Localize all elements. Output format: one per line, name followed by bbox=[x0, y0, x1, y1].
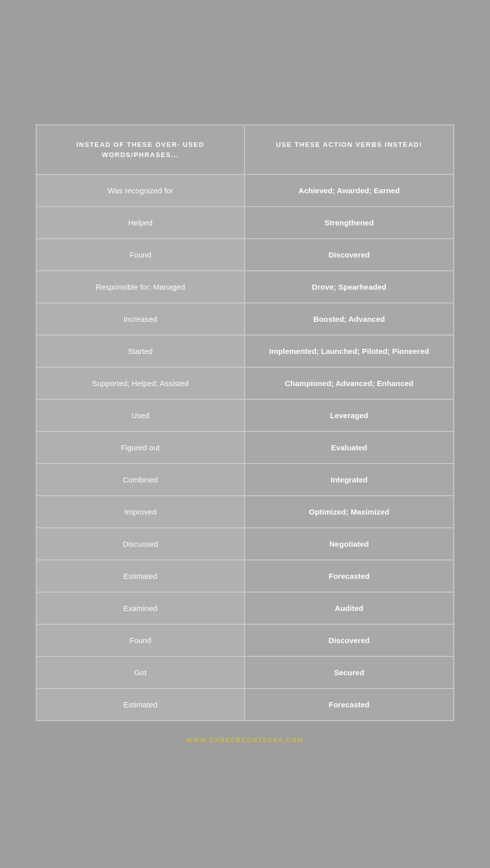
cell-action-3: Drove; Spearheaded bbox=[245, 271, 453, 302]
table-row: FoundDiscovered bbox=[37, 624, 453, 656]
cell-action-1: Strengthened bbox=[245, 207, 453, 238]
cell-action-15: Secured bbox=[245, 657, 453, 688]
table-row: EstimatedForecasted bbox=[37, 688, 453, 720]
cell-action-4: Boosted; Advanced bbox=[245, 303, 453, 335]
table-row: EstimatedForecasted bbox=[37, 559, 453, 592]
cell-overused-9: Combined bbox=[37, 464, 245, 495]
cell-overused-0: Was recognized for bbox=[37, 175, 245, 206]
cell-overused-6: Supported; Helped; Assisted bbox=[37, 368, 245, 399]
cell-action-2: Discovered bbox=[245, 239, 453, 270]
table-row: Supported; Helped; AssistedChampioned; A… bbox=[37, 367, 453, 399]
cell-action-7: Leveraged bbox=[245, 400, 453, 431]
cell-overused-3: Responsible for; Managed bbox=[37, 271, 245, 302]
footer-website: WWW.CAREERCONTESSA.COM bbox=[186, 736, 303, 744]
cell-overused-11: Discussed bbox=[37, 528, 245, 559]
cell-action-9: Integrated bbox=[245, 464, 453, 495]
header-col2: USE THESE ACTION VERBS INSTEAD! bbox=[245, 125, 453, 174]
table-row: Responsible for; ManagedDrove; Spearhead… bbox=[37, 270, 453, 302]
cell-action-13: Audited bbox=[245, 593, 453, 624]
cell-action-12: Forecasted bbox=[245, 560, 453, 592]
cell-overused-12: Estimated bbox=[37, 560, 245, 592]
cell-action-8: Evaluated bbox=[245, 432, 453, 463]
cell-overused-1: Helped bbox=[37, 207, 245, 238]
table-row: Figured outEvaluated bbox=[37, 431, 453, 463]
cell-overused-13: Examined bbox=[37, 593, 245, 624]
table-header: INSTEAD OF THESE OVER- USED WORDS/PHRASE… bbox=[37, 125, 453, 174]
cell-overused-4: Increased bbox=[37, 303, 245, 335]
table-row: ExaminedAudited bbox=[37, 592, 453, 624]
cell-action-6: Championed; Advanced; Enhanced bbox=[245, 368, 453, 399]
table-row: FoundDiscovered bbox=[37, 238, 453, 270]
table-body: Was recognized forAchieved; Awarded; Ear… bbox=[37, 174, 453, 720]
cell-overused-10: Improved bbox=[37, 496, 245, 527]
table-row: DiscussedNegotiated bbox=[37, 527, 453, 559]
cell-overused-7: Used bbox=[37, 400, 245, 431]
cell-action-16: Forecasted bbox=[245, 689, 453, 720]
table-row: UsedLeveraged bbox=[37, 399, 453, 431]
cell-overused-5: Started bbox=[37, 336, 245, 367]
table-row: StartedImplemented; Launched; Piloted; P… bbox=[37, 335, 453, 367]
cell-action-10: Optimized; Maximized bbox=[245, 496, 453, 527]
cell-action-5: Implemented; Launched; Piloted; Pioneere… bbox=[245, 336, 453, 367]
cell-overused-16: Estimated bbox=[37, 689, 245, 720]
page-wrapper: INSTEAD OF THESE OVER- USED WORDS/PHRASE… bbox=[0, 0, 490, 868]
table-row: HelpedStrengthened bbox=[37, 206, 453, 238]
cell-action-11: Negotiated bbox=[245, 528, 453, 559]
header-col1: INSTEAD OF THESE OVER- USED WORDS/PHRASE… bbox=[37, 125, 245, 174]
cell-overused-8: Figured out bbox=[37, 432, 245, 463]
table-row: ImprovedOptimized; Maximized bbox=[37, 495, 453, 527]
table-row: GotSecured bbox=[37, 656, 453, 688]
table-row: Was recognized forAchieved; Awarded; Ear… bbox=[37, 174, 453, 206]
cell-overused-14: Found bbox=[37, 625, 245, 656]
cell-action-14: Discovered bbox=[245, 625, 453, 656]
table-row: IncreasedBoosted; Advanced bbox=[37, 302, 453, 335]
main-table: INSTEAD OF THESE OVER- USED WORDS/PHRASE… bbox=[36, 124, 454, 721]
table-row: CombinedIntegrated bbox=[37, 463, 453, 495]
cell-overused-2: Found bbox=[37, 239, 245, 270]
cell-overused-15: Got bbox=[37, 657, 245, 688]
cell-action-0: Achieved; Awarded; Earned bbox=[245, 175, 453, 206]
